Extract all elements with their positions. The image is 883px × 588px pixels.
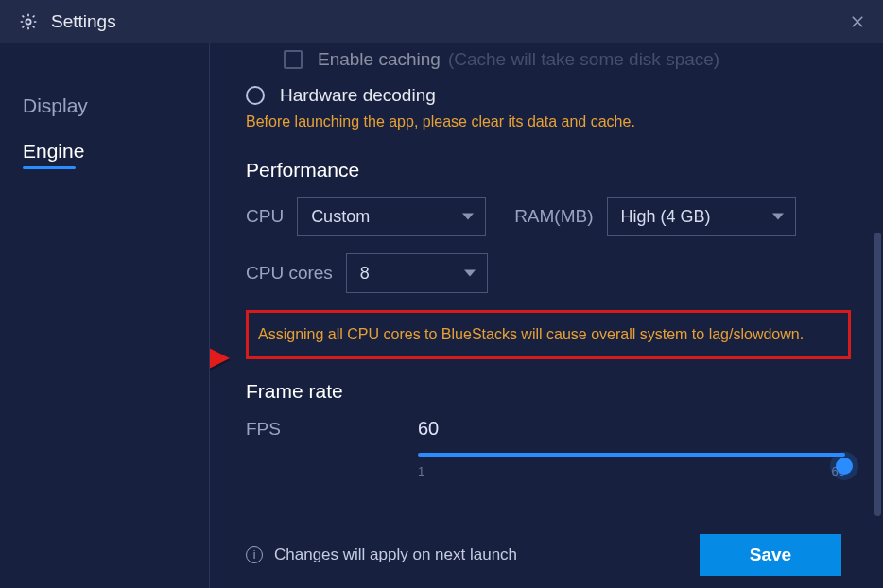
ram-select-value: High (4 GB): [621, 207, 711, 227]
cpu-cores-select[interactable]: 8: [346, 253, 488, 293]
fps-slider[interactable]: 1 60: [418, 453, 845, 478]
fps-value: 60: [418, 418, 439, 440]
titlebar: Settings: [0, 0, 883, 43]
footer-info-text: Changes will apply on next launch: [274, 545, 517, 564]
svg-point-0: [26, 19, 30, 24]
slider-min: 1: [418, 464, 424, 478]
radio-icon[interactable]: [246, 86, 265, 105]
content-footer: i Changes will apply on next launch Save: [246, 522, 864, 588]
sidebar-item-display[interactable]: Display: [0, 81, 209, 127]
cpu-cores-value: 8: [360, 264, 370, 284]
sidebar-item-label: Display: [23, 95, 88, 116]
performance-heading: Performance: [246, 159, 864, 182]
hardware-decoding-label: Hardware decoding: [280, 85, 436, 106]
slider-track: [418, 453, 845, 457]
enable-caching-label: Enable caching: [318, 49, 441, 70]
checkbox-icon[interactable]: [284, 50, 303, 69]
sidebar-item-label: Engine: [23, 140, 84, 162]
save-button[interactable]: Save: [700, 534, 841, 576]
chevron-down-icon: [462, 214, 474, 220]
enable-caching-hint: (Cache will take some disk space): [448, 49, 719, 70]
gear-icon: [19, 12, 38, 31]
ram-label: RAM(MB): [514, 206, 593, 227]
settings-content: Enable caching (Cache will take some dis…: [210, 43, 883, 588]
slider-thumb[interactable]: [836, 458, 853, 475]
svg-marker-3: [210, 326, 230, 390]
chevron-down-icon: [464, 270, 476, 277]
fps-label: FPS: [246, 419, 418, 440]
sidebar: Display Engine: [0, 43, 210, 588]
cpu-select-value: Custom: [311, 207, 370, 227]
info-icon: i: [246, 546, 263, 563]
cpu-cores-label: CPU cores: [246, 263, 333, 284]
cores-warning-callout: Assigning all CPU cores to BlueStacks wi…: [246, 310, 851, 359]
sidebar-item-engine[interactable]: Engine: [0, 127, 209, 179]
frame-rate-heading: Frame rate: [246, 380, 864, 403]
chevron-down-icon: [772, 214, 784, 220]
close-button[interactable]: [847, 11, 868, 32]
hardware-decoding-row[interactable]: Hardware decoding: [246, 85, 864, 106]
hw-decode-note: Before launching the app, please clear i…: [246, 113, 864, 130]
cpu-select[interactable]: Custom: [297, 197, 486, 236]
cpu-label: CPU: [246, 206, 284, 227]
window-title: Settings: [51, 11, 847, 32]
ram-select[interactable]: High (4 GB): [607, 197, 796, 236]
enable-caching-row: Enable caching (Cache will take some dis…: [284, 49, 864, 70]
save-button-label: Save: [750, 545, 791, 565]
active-tab-indicator: [23, 166, 76, 169]
callout-arrow-icon: [210, 322, 232, 398]
cores-warning-text: Assigning all CPU cores to BlueStacks wi…: [258, 326, 839, 343]
scrollbar-thumb[interactable]: [874, 233, 881, 516]
